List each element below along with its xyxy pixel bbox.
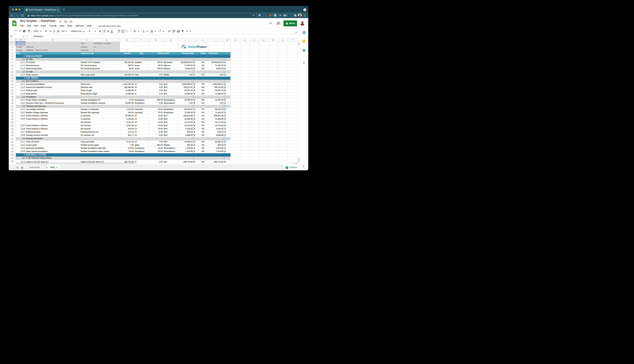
- svg-text:31: 31: [303, 32, 304, 33]
